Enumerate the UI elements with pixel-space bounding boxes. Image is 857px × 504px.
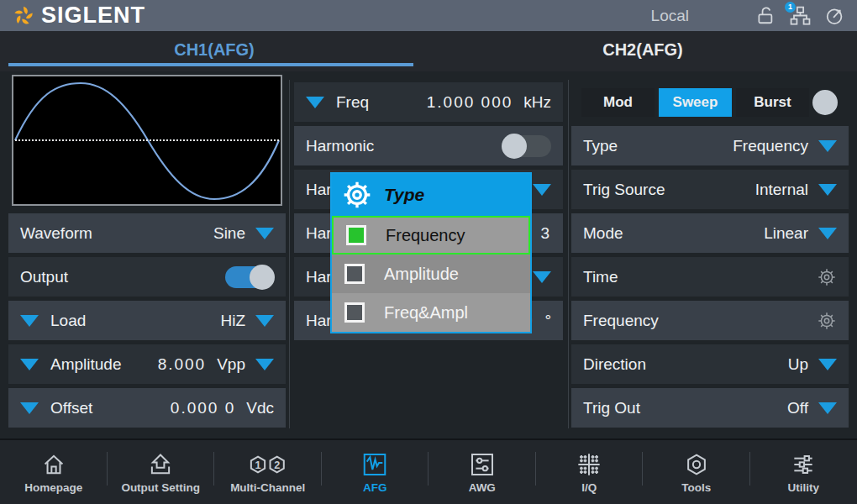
waveform-preview[interactable] <box>12 75 282 206</box>
dropdown-item-freq-ampl[interactable]: Freq&Ampl <box>332 293 530 332</box>
iq-icon <box>573 451 605 478</box>
row-value: Linear <box>764 224 808 243</box>
row-value: HiZ <box>220 312 245 330</box>
row-type[interactable]: TypeFrequency <box>571 126 849 165</box>
dropdown-item-amplitude[interactable]: Amplitude <box>332 255 530 293</box>
row-waveform[interactable]: WaveformSine <box>8 213 286 253</box>
row-unit: ° <box>544 312 551 330</box>
checkbox-checked-icon[interactable] <box>346 225 366 245</box>
dropdown-arrow-icon[interactable] <box>20 359 39 370</box>
row-label: Mode <box>583 224 623 243</box>
row-trig-source[interactable]: Trig SourceInternal <box>571 170 849 209</box>
network-icon[interactable]: 1 <box>789 5 811 27</box>
dropdown-arrow-icon[interactable] <box>818 140 837 152</box>
tab-ch1-label: CH1(AFG) <box>174 40 255 60</box>
row-value: Frequency <box>733 137 808 155</box>
active-tab-underline <box>8 63 413 66</box>
type-dropdown: Type FrequencyAmplitudeFreq&Ampl <box>330 172 532 333</box>
row-label: Har <box>306 181 332 199</box>
row-harmonic[interactable]: Harmonic <box>294 126 563 165</box>
dropdown-arrow-icon[interactable] <box>20 402 39 414</box>
row-unit: kHz <box>523 93 551 112</box>
tab-ch2-afg[interactable]: CH2(AFG) <box>428 31 857 68</box>
nav-item-label: Tools <box>681 481 711 494</box>
mode-button-row: ModSweepBurst <box>571 82 849 122</box>
column-divider <box>568 80 569 428</box>
brand-title: SIGLENT <box>41 4 145 27</box>
nav-item-label: AFG <box>363 481 387 494</box>
dropdown-arrow-icon[interactable] <box>818 359 837 370</box>
dropdown-arrow-icon[interactable] <box>306 97 324 108</box>
row-label: Offset <box>50 399 92 417</box>
home-icon <box>38 451 70 478</box>
nav-item-label: Output Setting <box>121 481 200 494</box>
row-direction[interactable]: DirectionUp <box>571 344 849 384</box>
gear-icon[interactable] <box>817 311 837 331</box>
dropdown-arrow-icon[interactable] <box>818 402 837 414</box>
row-label: Har <box>306 312 332 330</box>
nav-item-homepage[interactable]: Homepage <box>0 440 108 504</box>
channel-settings-panel: WaveformSineOutputLoadHiZAmplitude8.000V… <box>8 75 286 432</box>
dropdown-arrow-icon[interactable] <box>533 271 551 283</box>
nav-item-tools[interactable]: Tools <box>643 440 750 504</box>
row-unit: Vdc <box>246 399 274 417</box>
row-value: 0.000 0 <box>171 399 235 417</box>
row-freq[interactable]: Freq1.000 000kHz <box>294 82 563 122</box>
nav-item-awg[interactable]: AWG <box>428 440 536 504</box>
output-setting-icon <box>145 451 176 478</box>
burst-button[interactable]: Burst <box>736 88 809 117</box>
sweep-settings-panel: ModSweepBurst TypeFrequencyTrig SourceIn… <box>571 82 849 432</box>
row-time[interactable]: Time <box>571 257 849 297</box>
nav-item-utility[interactable]: Utility <box>750 440 857 504</box>
mod-button[interactable]: Mod <box>581 88 655 117</box>
row-mode[interactable]: ModeLinear <box>571 213 849 253</box>
row-label: Direction <box>583 355 646 374</box>
row-trig-out[interactable]: Trig OutOff <box>571 388 849 428</box>
row-label: Trig Out <box>583 399 640 417</box>
top-status-bar: SIGLENT Local 1 <box>0 0 857 31</box>
row-label: Freq <box>336 93 369 112</box>
tools-icon <box>681 451 712 478</box>
sweep-button[interactable]: Sweep <box>659 88 732 117</box>
dropdown-arrow-icon[interactable] <box>20 315 39 327</box>
output-toggle[interactable] <box>225 266 274 288</box>
dropdown-item-frequency[interactable]: Frequency <box>332 216 530 255</box>
row-label: Har <box>306 224 332 243</box>
dropdown-arrow-icon[interactable] <box>255 228 274 239</box>
row-load[interactable]: LoadHiZ <box>8 301 286 340</box>
nav-item-label: Multi-Channel <box>230 481 305 494</box>
nav-item-label: AWG <box>469 481 496 494</box>
nav-item-output-setting[interactable]: Output Setting <box>108 440 215 504</box>
row-value: 3 <box>540 224 551 243</box>
timer-icon[interactable] <box>823 5 845 27</box>
awg-icon <box>466 451 498 478</box>
row-output[interactable]: Output <box>8 257 286 297</box>
harmonic-toggle[interactable] <box>502 135 551 157</box>
bottom-nav-bar: HomepageOutput Setting12Multi-ChannelAFG… <box>0 438 857 504</box>
nav-item-afg[interactable]: AFG <box>322 440 429 504</box>
row-amplitude[interactable]: Amplitude8.000Vpp <box>8 344 286 384</box>
row-value: 8.000 <box>158 355 207 374</box>
dropdown-arrow-icon[interactable] <box>255 315 274 327</box>
nav-item-multi-channel[interactable]: 12Multi-Channel <box>214 440 322 504</box>
nav-item-i-q[interactable]: I/Q <box>536 440 644 504</box>
checkbox-icon[interactable] <box>344 302 365 323</box>
gear-icon[interactable] <box>817 267 837 287</box>
row-label: Frequency <box>583 312 659 330</box>
checkbox-icon[interactable] <box>344 264 365 284</box>
row-label: Type <box>583 137 618 155</box>
dropdown-arrow-icon[interactable] <box>818 228 837 239</box>
svg-text:2: 2 <box>274 459 280 470</box>
row-offset[interactable]: Offset0.000 0Vdc <box>8 388 286 428</box>
lock-open-icon[interactable] <box>754 5 776 27</box>
dropdown-arrow-icon[interactable] <box>533 184 551 196</box>
dropdown-header: Type <box>332 174 530 216</box>
row-label: Time <box>583 268 618 286</box>
row-label: Harmonic <box>306 137 374 155</box>
dropdown-arrow-icon[interactable] <box>255 359 274 370</box>
row-frequency[interactable]: Frequency <box>571 301 849 340</box>
siglent-brand: SIGLENT <box>12 4 145 28</box>
dropdown-title: Type <box>384 185 424 205</box>
sweep-enable-toggle[interactable] <box>813 92 835 113</box>
dropdown-arrow-icon[interactable] <box>818 184 837 196</box>
